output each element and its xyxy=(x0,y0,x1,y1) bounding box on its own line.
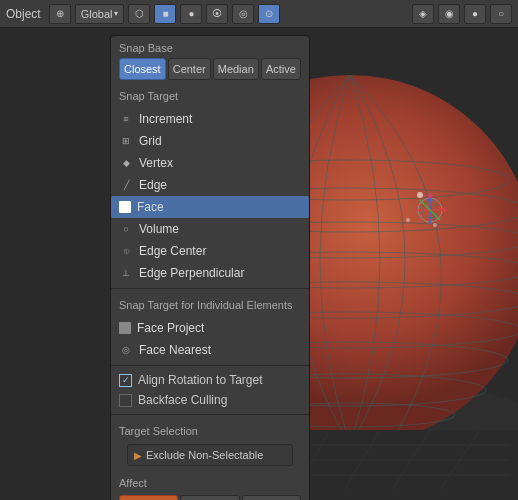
snap-target-face[interactable]: Face xyxy=(111,196,309,218)
face-nearest-icon: ◎ xyxy=(119,343,133,357)
affect-rotate-btn[interactable]: Rotate xyxy=(180,495,239,500)
target-selection-value: Exclude Non-Selectable xyxy=(146,449,263,461)
snap-base-median-btn[interactable]: Median xyxy=(213,58,259,80)
affect-move-btn[interactable]: Move xyxy=(119,495,178,500)
face-nearest-label: Face Nearest xyxy=(139,343,211,357)
increment-icon: ≡ xyxy=(119,112,133,126)
snap-face-nearest[interactable]: ◎ Face Nearest xyxy=(111,339,309,361)
affect-section: Affect xyxy=(111,471,309,495)
snap-base-median-label: Median xyxy=(218,63,254,75)
align-rotation-row[interactable]: ✓ Align Rotation to Target xyxy=(111,370,309,390)
snap-base-active-label: Active xyxy=(266,63,296,75)
top-toolbar: Object ⊕ Global ▾ ⬡ ■ ● ⦿ ◎ ⊙ ◈ ◉ ● ○ xyxy=(0,0,518,28)
snap-base-center-btn[interactable]: Center xyxy=(168,58,211,80)
edge-center-icon: ⟄ xyxy=(119,244,133,258)
svg-point-32 xyxy=(433,223,437,227)
snap-base-section: Snap Base Closest Center Median Active xyxy=(111,36,309,84)
snap-target-edge[interactable]: ╱ Edge xyxy=(111,174,309,196)
snap-base-closest-btn[interactable]: Closest xyxy=(119,58,166,80)
edge-center-label: Edge Center xyxy=(139,244,206,258)
global-label: Global xyxy=(81,8,113,20)
snap-base-active-btn[interactable]: Active xyxy=(261,58,301,80)
affect-title: Affect xyxy=(119,477,301,489)
grid-label: Grid xyxy=(139,134,162,148)
target-selection-title: Target Selection xyxy=(119,425,301,437)
divider-2 xyxy=(111,365,309,366)
target-selection-dropdown-row: ▶ Exclude Non-Selectable xyxy=(119,441,301,469)
svg-point-29 xyxy=(442,208,447,213)
global-btn[interactable]: Global ▾ xyxy=(75,4,125,24)
view-icon-2[interactable]: ■ xyxy=(154,4,176,24)
snap-target-increment[interactable]: ≡ Increment xyxy=(111,108,309,130)
volume-icon: ○ xyxy=(119,222,133,236)
snap-target-edge-center[interactable]: ⟄ Edge Center xyxy=(111,240,309,262)
svg-point-31 xyxy=(406,218,410,222)
edge-label: Edge xyxy=(139,178,167,192)
target-selection-arrow: ▶ xyxy=(134,450,142,461)
chevron-down-icon: ▾ xyxy=(114,9,118,18)
svg-point-28 xyxy=(428,194,433,199)
face-icon xyxy=(119,201,131,213)
material-icon[interactable]: ◉ xyxy=(438,4,460,24)
svg-point-30 xyxy=(417,192,423,198)
face-project-icon xyxy=(119,322,131,334)
backface-culling-row[interactable]: Backface Culling xyxy=(111,390,309,410)
edge-perpendicular-icon: ⊥ xyxy=(119,266,133,280)
grid-icon: ⊞ xyxy=(119,134,133,148)
snap-target-vertex[interactable]: ◆ Vertex xyxy=(111,152,309,174)
snap-base-center-label: Center xyxy=(173,63,206,75)
solid-icon[interactable]: ● xyxy=(464,4,486,24)
snap-target-edge-perpendicular[interactable]: ⊥ Edge Perpendicular xyxy=(111,262,309,284)
affect-buttons-row: Move Rotate Scale xyxy=(111,495,309,500)
face-project-label: Face Project xyxy=(137,321,204,335)
snap-base-closest-label: Closest xyxy=(124,63,161,75)
snap-target-section: Snap Target xyxy=(111,84,309,108)
vertex-label: Vertex xyxy=(139,156,173,170)
snap-target-volume[interactable]: ○ Volume xyxy=(111,218,309,240)
align-rotation-label: Align Rotation to Target xyxy=(138,373,263,387)
edge-icon: ╱ xyxy=(119,178,133,192)
proportional-icon[interactable]: ◎ xyxy=(232,4,254,24)
snap-target-icon[interactable]: ⊙ xyxy=(258,4,280,24)
snap-base-buttons: Closest Center Median Active xyxy=(119,58,301,80)
render-icon[interactable]: ◈ xyxy=(412,4,434,24)
snap-target-grid[interactable]: ⊞ Grid xyxy=(111,130,309,152)
snap-target-title: Snap Target xyxy=(119,90,301,102)
snap-face-project[interactable]: Face Project xyxy=(111,317,309,339)
backface-culling-checkbox[interactable] xyxy=(119,394,132,407)
increment-label: Increment xyxy=(139,112,192,126)
edge-perpendicular-label: Edge Perpendicular xyxy=(139,266,244,280)
snap-magnet-icon[interactable]: ⦿ xyxy=(206,4,228,24)
target-selection-section: Target Selection ▶ Exclude Non-Selectabl… xyxy=(111,419,309,471)
affect-scale-btn[interactable]: Scale xyxy=(242,495,301,500)
face-label: Face xyxy=(137,200,164,214)
object-icon-btn[interactable]: ⊕ xyxy=(49,4,71,24)
backface-culling-label: Backface Culling xyxy=(138,393,227,407)
divider-1 xyxy=(111,288,309,289)
snap-individual-title: Snap Target for Individual Elements xyxy=(119,299,301,311)
view-icon-3[interactable]: ● xyxy=(180,4,202,24)
divider-3 xyxy=(111,414,309,415)
view-icon-1[interactable]: ⬡ xyxy=(128,4,150,24)
snap-individual-section: Snap Target for Individual Elements xyxy=(111,293,309,317)
wireframe-icon[interactable]: ○ xyxy=(490,4,512,24)
snap-panel: Snap Base Closest Center Median Active S… xyxy=(110,35,310,500)
volume-label: Volume xyxy=(139,222,179,236)
align-rotation-checkbox[interactable]: ✓ xyxy=(119,374,132,387)
object-mode-label: Object xyxy=(6,7,41,21)
target-selection-dropdown[interactable]: ▶ Exclude Non-Selectable xyxy=(127,444,293,466)
vertex-icon: ◆ xyxy=(119,156,133,170)
snap-base-title: Snap Base xyxy=(119,42,301,54)
